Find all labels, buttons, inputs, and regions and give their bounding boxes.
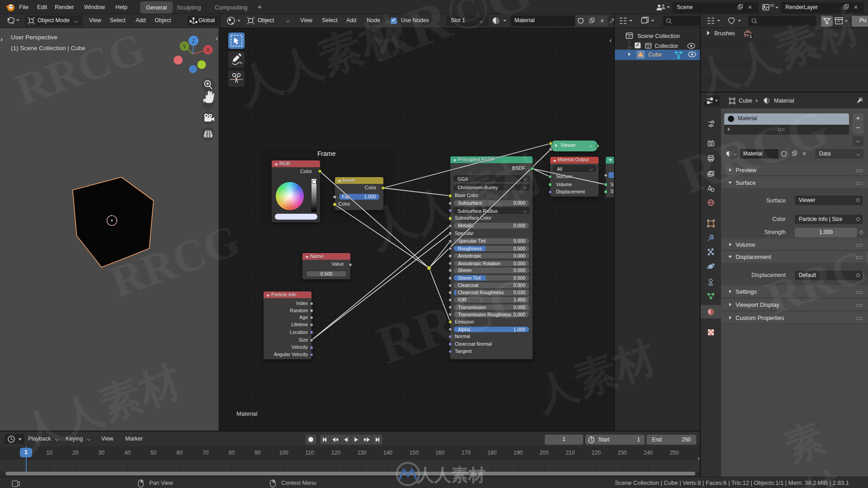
svg-text:Y: Y: [183, 43, 186, 50]
svg-text:Z: Z: [192, 38, 195, 44]
svg-text:X: X: [206, 47, 210, 53]
